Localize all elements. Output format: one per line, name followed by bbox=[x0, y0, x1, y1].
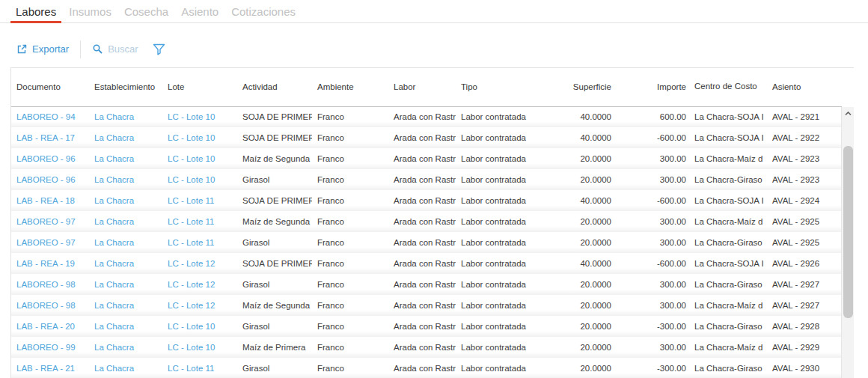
cell-ambiente: Franco bbox=[312, 127, 388, 148]
establecimiento-link[interactable]: La Chacra bbox=[94, 133, 134, 142]
lote-link[interactable]: LC - Lote 12 bbox=[168, 259, 215, 268]
table-row: LAB - REA - 19La ChacraLC - Lote 12SOJA … bbox=[11, 253, 842, 274]
col-header-tipo[interactable]: Tipo bbox=[456, 68, 529, 106]
col-header-ambiente[interactable]: Ambiente bbox=[312, 68, 388, 106]
documento-link[interactable]: LAB - REA - 19 bbox=[16, 259, 75, 268]
documento-link[interactable]: LABOREO - 99 bbox=[16, 343, 76, 352]
lote-link[interactable]: LC - Lote 11 bbox=[168, 196, 214, 205]
cell-importe: 300.00 bbox=[614, 337, 689, 358]
cell-importe: 300.00 bbox=[614, 274, 689, 295]
cell-lote: LC - Lote 11 bbox=[162, 358, 237, 378]
establecimiento-link[interactable]: La Chacra bbox=[94, 343, 134, 352]
lote-link[interactable]: LC - Lote 11 bbox=[168, 364, 214, 373]
cell-actividad: SOJA DE PRIMER. bbox=[237, 253, 312, 274]
establecimiento-link[interactable]: La Chacra bbox=[94, 238, 134, 247]
tab-labores[interactable]: Labores bbox=[10, 1, 61, 22]
vertical-scrollbar[interactable] bbox=[841, 107, 854, 378]
cell-superficie: 20.0000 bbox=[529, 211, 614, 232]
col-header-labor[interactable]: Labor bbox=[388, 68, 456, 106]
establecimiento-link[interactable]: La Chacra bbox=[94, 364, 134, 373]
lote-link[interactable]: LC - Lote 10 bbox=[168, 154, 215, 163]
documento-link[interactable]: LAB - REA - 18 bbox=[16, 196, 75, 205]
cell-documento: LAB - REA - 18 bbox=[11, 190, 89, 211]
cell-centro_de_costo: La Chacra-Giraso bbox=[689, 358, 767, 378]
cell-actividad: SOJA DE PRIMER. bbox=[237, 106, 312, 127]
cell-asiento: AVAL - 2926 bbox=[767, 253, 842, 274]
col-header-documento[interactable]: Documento bbox=[11, 68, 89, 106]
table-row: LABOREO - 97La ChacraLC - Lote 11Girasol… bbox=[11, 232, 842, 253]
documento-link[interactable]: LAB - REA - 17 bbox=[16, 133, 75, 142]
documento-link[interactable]: LABOREO - 94 bbox=[16, 112, 76, 121]
cell-ambiente: Franco bbox=[312, 295, 388, 316]
cell-labor: Arada con Rastra bbox=[388, 148, 456, 169]
establecimiento-link[interactable]: La Chacra bbox=[94, 301, 134, 310]
lote-link[interactable]: LC - Lote 10 bbox=[168, 343, 215, 352]
filter-button[interactable] bbox=[153, 43, 165, 55]
cell-tipo: Labor contratada bbox=[456, 253, 529, 274]
cell-asiento: AVAL - 2927 bbox=[767, 295, 842, 316]
establecimiento-link[interactable]: La Chacra bbox=[94, 154, 134, 163]
lote-link[interactable]: LC - Lote 10 bbox=[168, 133, 215, 142]
tab-insumos[interactable]: Insumos bbox=[64, 1, 117, 22]
documento-link[interactable]: LABOREO - 97 bbox=[16, 217, 76, 226]
export-icon bbox=[16, 43, 28, 55]
cell-documento: LABOREO - 97 bbox=[11, 211, 89, 232]
cell-labor: Arada con Rastra bbox=[388, 211, 456, 232]
lote-link[interactable]: LC - Lote 12 bbox=[168, 280, 215, 289]
documento-link[interactable]: LABOREO - 96 bbox=[16, 154, 76, 163]
cell-lote: LC - Lote 12 bbox=[162, 295, 237, 316]
cell-importe: 600.00 bbox=[614, 106, 689, 127]
lote-link[interactable]: LC - Lote 11 bbox=[168, 217, 214, 226]
cell-actividad: Maíz de Segunda bbox=[237, 295, 312, 316]
documento-link[interactable]: LAB - REA - 20 bbox=[16, 322, 75, 331]
documento-link[interactable]: LABOREO - 98 bbox=[16, 301, 76, 310]
establecimiento-link[interactable]: La Chacra bbox=[94, 217, 134, 226]
lote-link[interactable]: LC - Lote 10 bbox=[168, 175, 215, 184]
lote-link[interactable]: LC - Lote 11 bbox=[168, 238, 214, 247]
table-row: LABOREO - 98La ChacraLC - Lote 12Maíz de… bbox=[11, 295, 842, 316]
export-button[interactable]: Exportar bbox=[16, 43, 69, 55]
establecimiento-link[interactable]: La Chacra bbox=[94, 280, 134, 289]
scroll-up-button[interactable] bbox=[842, 107, 854, 121]
documento-link[interactable]: LABOREO - 97 bbox=[16, 238, 76, 247]
tab-cotizaciones[interactable]: Cotizaciones bbox=[226, 1, 301, 22]
table-row: LABOREO - 96La ChacraLC - Lote 10Girasol… bbox=[11, 169, 842, 190]
cell-superficie: 20.0000 bbox=[529, 169, 614, 190]
cell-documento: LABOREO - 98 bbox=[11, 274, 89, 295]
cell-lote: LC - Lote 11 bbox=[162, 190, 237, 211]
lote-link[interactable]: LC - Lote 10 bbox=[168, 112, 215, 121]
establecimiento-link[interactable]: La Chacra bbox=[94, 112, 134, 121]
lote-link[interactable]: LC - Lote 10 bbox=[168, 322, 215, 331]
col-header-actividad[interactable]: Actividad bbox=[237, 68, 312, 106]
cell-asiento: AVAL - 2923 bbox=[767, 148, 842, 169]
col-header-centro-de-costo[interactable]: Centro de Costo bbox=[689, 68, 767, 106]
lote-link[interactable]: LC - Lote 12 bbox=[168, 301, 215, 310]
establecimiento-link[interactable]: La Chacra bbox=[94, 322, 134, 331]
cell-documento: LABOREO - 98 bbox=[11, 295, 89, 316]
documento-link[interactable]: LABOREO - 98 bbox=[16, 280, 76, 289]
toolbar-separator bbox=[80, 40, 81, 58]
cell-actividad: Girasol bbox=[237, 316, 312, 337]
documento-link[interactable]: LABOREO - 96 bbox=[16, 175, 76, 184]
col-header-importe[interactable]: Importe bbox=[614, 68, 689, 106]
establecimiento-link[interactable]: La Chacra bbox=[94, 259, 134, 268]
cell-tipo: Labor contratada bbox=[456, 127, 529, 148]
cell-actividad: Girasol bbox=[237, 358, 312, 378]
col-header-superficie[interactable]: Superficie bbox=[529, 68, 614, 106]
col-header-establecimiento[interactable]: Establecimiento bbox=[89, 68, 162, 106]
col-header-lote[interactable]: Lote bbox=[162, 68, 237, 106]
scrollbar-thumb[interactable] bbox=[843, 146, 853, 318]
documento-link[interactable]: LAB - REA - 21 bbox=[16, 364, 75, 373]
cell-importe: -600.00 bbox=[614, 127, 689, 148]
cell-documento: LABOREO - 96 bbox=[11, 169, 89, 190]
search-button[interactable]: Buscar bbox=[92, 43, 138, 55]
establecimiento-link[interactable]: La Chacra bbox=[94, 196, 134, 205]
cell-actividad: Girasol bbox=[237, 169, 312, 190]
table-row: LABOREO - 98La ChacraLC - Lote 12Girasol… bbox=[11, 274, 842, 295]
col-header-asiento[interactable]: Asiento bbox=[767, 68, 842, 106]
tab-cosecha[interactable]: Cosecha bbox=[119, 1, 174, 22]
cell-centro_de_costo: La Chacra-Maíz d bbox=[689, 295, 767, 316]
tab-asiento[interactable]: Asiento bbox=[176, 1, 224, 22]
cell-centro_de_costo: La Chacra-SOJA I bbox=[689, 253, 767, 274]
establecimiento-link[interactable]: La Chacra bbox=[94, 175, 134, 184]
